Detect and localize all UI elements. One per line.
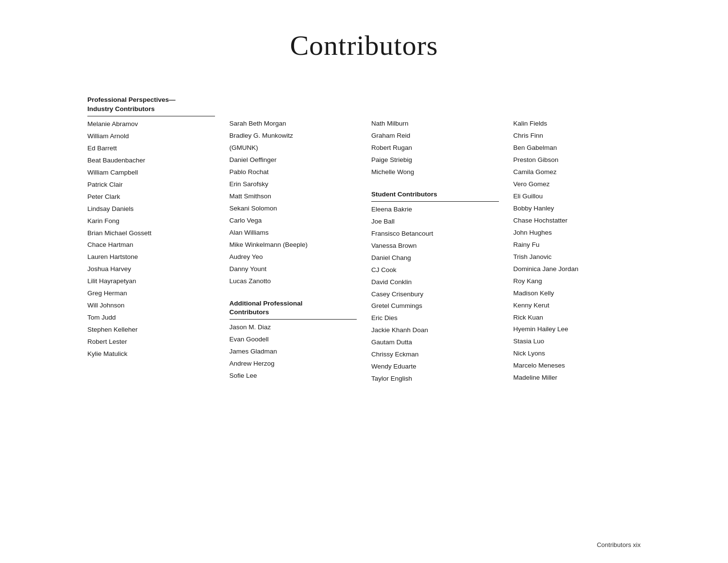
page-container: Contributors Professional Perspectives—I… (49, 0, 679, 424)
contributor-name: Carlo Vega (230, 215, 357, 227)
contributor-name: Kalin Fields (513, 118, 641, 130)
contributor-name: Beat Baudenbacher (87, 155, 215, 167)
contributor-name: Lilit Hayrapetyan (87, 275, 215, 288)
contributor-name: Chrissy Eckman (371, 349, 499, 361)
contributor-name: Bobby Hanley (513, 203, 641, 215)
contributor-name: Brian Michael Gossett (87, 227, 215, 240)
contributor-name: Lauren Hartstone (87, 251, 215, 263)
footer-text: Contributors xix (597, 541, 641, 548)
contributor-name: Vero Gomez (513, 178, 641, 191)
column-1: Sarah Beth MorganBradley G. Munkowitz(GM… (230, 96, 357, 382)
page-title: Contributors (87, 29, 641, 62)
section-header-2-1: Student Contributors (371, 190, 499, 202)
contributor-name: Chace Hartman (87, 239, 215, 251)
contributor-name: Hyemin Hailey Lee (513, 323, 641, 336)
contributor-name: Dominica Jane Jordan (513, 263, 641, 275)
contributor-name: Daniel Oeffinger (230, 154, 357, 166)
contributor-name: Greg Herman (87, 288, 215, 300)
contributor-name: Kylie Matulick (87, 348, 215, 360)
contributor-name: Eli Guillou (513, 191, 641, 203)
contributor-name: CJ Cook (371, 264, 499, 276)
contributor-name: Graham Reid (371, 130, 499, 142)
contributor-name: Bradley G. Munkowitz (230, 130, 357, 142)
contributor-name: Alan Williams (230, 227, 357, 239)
contributor-name: Vanessa Brown (371, 240, 499, 252)
contributor-name: Robert Lester (87, 336, 215, 348)
contributor-name: Madeline Miller (513, 372, 641, 384)
contributor-name: Sarah Beth Morgan (230, 118, 357, 130)
contributor-name: Nath Milburn (371, 118, 499, 130)
contributor-name: Michelle Wong (371, 166, 499, 178)
contributor-name: Pablo Rochat (230, 166, 357, 178)
contributor-name: Andrew Herzog (230, 358, 357, 370)
contributor-name: Rick Kuan (513, 312, 641, 324)
contributor-name: David Conklin (371, 276, 499, 289)
contributor-name: Joe Ball (371, 216, 499, 228)
contributor-name: (GMUNK) (230, 142, 357, 154)
contributor-name: Eleena Bakrie (371, 204, 499, 216)
contributor-name: Chase Hochstatter (513, 215, 641, 227)
contributor-name: Patrick Clair (87, 179, 215, 191)
contributor-name: Stasia Luo (513, 336, 641, 348)
contributor-name: Sofie Lee (230, 370, 357, 382)
contributor-name: Lucas Zanotto (230, 275, 357, 288)
contributor-name: William Campbell (87, 167, 215, 179)
contributor-name: Camila Gomez (513, 166, 641, 178)
contributor-name: Melanie Abramov (87, 118, 215, 130)
contributor-name: Casey Crisenbury (371, 289, 499, 301)
contributor-name: Kenny Kerut (513, 300, 641, 312)
contributor-name: Ed Barrett (87, 143, 215, 155)
contributor-name: Nick Lyons (513, 348, 641, 360)
contributor-name: Lindsay Daniels (87, 203, 215, 215)
column-3: Kalin FieldsChris FinnBen GabelmanPresto… (513, 96, 641, 384)
column-2: Nath MilburnGraham ReidRobert RuganPaige… (371, 96, 499, 385)
contributor-name: Matt Smithson (230, 191, 357, 203)
contributor-name: Chris Finn (513, 130, 641, 142)
contributor-name: Ben Gabelman (513, 142, 641, 154)
contributor-name: Wendy Eduarte (371, 361, 499, 373)
contributor-name: Will Johnson (87, 300, 215, 312)
contributor-name: James Gladman (230, 346, 357, 358)
column-0: Professional Perspectives—Industry Contr… (87, 96, 215, 360)
contributor-name: John Hughes (513, 227, 641, 239)
contributor-name: Marcelo Meneses (513, 360, 641, 372)
columns-wrapper: Professional Perspectives—Industry Contr… (87, 96, 641, 385)
section-header-1-1: Additional ProfessionalContributors (230, 299, 357, 320)
contributor-name: Gautam Dutta (371, 337, 499, 349)
contributor-name: Evan Goodell (230, 334, 357, 346)
contributor-name: Preston Gibson (513, 154, 641, 166)
contributor-name: Joshua Harvey (87, 263, 215, 275)
footer-area: Contributors xix (49, 522, 679, 563)
contributor-name: Eric Dies (371, 312, 499, 324)
contributor-name: Fransisco Betancourt (371, 228, 499, 240)
contributor-name: Sekani Solomon (230, 203, 357, 215)
contributor-name: Rainy Fu (513, 239, 641, 251)
contributor-name: Peter Clark (87, 191, 215, 203)
contributor-name: Karin Fong (87, 215, 215, 227)
contributor-name: Mike Winkelmann (Beeple) (230, 239, 357, 251)
contributor-name: Robert Rugan (371, 142, 499, 154)
contributor-name: Audrey Yeo (230, 251, 357, 263)
contributor-name: Erin Sarofsky (230, 178, 357, 191)
contributor-name: William Arnold (87, 130, 215, 143)
contributor-name: Jackie Khanh Doan (371, 324, 499, 337)
contributor-name: Daniel Chang (371, 252, 499, 264)
contributor-name: Danny Yount (230, 263, 357, 275)
contributor-name: Trish Janovic (513, 251, 641, 263)
contributor-name: Gretel Cummings (371, 300, 499, 312)
contributor-name: Roy Kang (513, 275, 641, 288)
contributor-name: Paige Striebig (371, 154, 499, 166)
contributor-name: Madison Kelly (513, 288, 641, 300)
contributor-name: Stephen Kelleher (87, 324, 215, 336)
section-header-0-0: Professional Perspectives—Industry Contr… (87, 96, 215, 116)
contributor-name: Jason M. Diaz (230, 322, 357, 334)
contributor-name: Tom Judd (87, 312, 215, 324)
contributor-name: Taylor English (371, 373, 499, 385)
